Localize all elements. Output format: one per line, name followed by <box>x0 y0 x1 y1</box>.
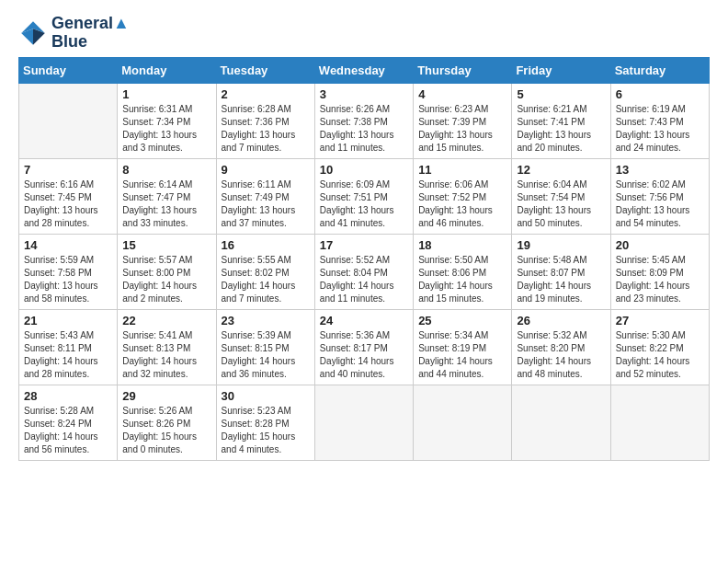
calendar-weekday-thursday: Thursday <box>414 57 512 83</box>
day-info: Sunrise: 5:43 AM Sunset: 8:11 PM Dayligh… <box>24 329 112 381</box>
day-number: 10 <box>320 163 408 177</box>
day-number: 22 <box>122 314 210 327</box>
day-info: Sunrise: 6:21 AM Sunset: 7:41 PM Dayligh… <box>517 103 605 155</box>
calendar-weekday-tuesday: Tuesday <box>216 57 314 83</box>
day-number: 17 <box>320 238 408 252</box>
day-info: Sunrise: 6:09 AM Sunset: 7:51 PM Dayligh… <box>320 178 408 230</box>
day-info: Sunrise: 6:14 AM Sunset: 7:47 PM Dayligh… <box>122 178 210 230</box>
day-info: Sunrise: 5:57 AM Sunset: 8:00 PM Dayligh… <box>122 254 210 305</box>
day-number: 6 <box>616 87 704 101</box>
calendar-day: 8Sunrise: 6:14 AM Sunset: 7:47 PM Daylig… <box>118 158 216 234</box>
day-info: Sunrise: 5:28 AM Sunset: 8:24 PM Dayligh… <box>24 405 112 456</box>
day-number: 11 <box>418 163 506 177</box>
calendar-day: 11Sunrise: 6:06 AM Sunset: 7:52 PM Dayli… <box>414 158 512 234</box>
calendar-weekday-friday: Friday <box>512 57 610 83</box>
day-info: Sunrise: 5:26 AM Sunset: 8:26 PM Dayligh… <box>122 405 210 456</box>
calendar-weekday-saturday: Saturday <box>610 57 709 83</box>
day-info: Sunrise: 5:45 AM Sunset: 8:09 PM Dayligh… <box>616 254 704 305</box>
page-header: General▲ Blue <box>18 15 710 52</box>
day-info: Sunrise: 5:23 AM Sunset: 8:28 PM Dayligh… <box>222 405 310 456</box>
day-info: Sunrise: 6:31 AM Sunset: 7:34 PM Dayligh… <box>122 103 210 155</box>
day-info: Sunrise: 6:02 AM Sunset: 7:56 PM Dayligh… <box>616 178 704 230</box>
calendar-day: 14Sunrise: 5:59 AM Sunset: 7:58 PM Dayli… <box>19 234 118 309</box>
calendar-week-5: 28Sunrise: 5:28 AM Sunset: 8:24 PM Dayli… <box>19 385 710 460</box>
day-number: 9 <box>222 163 310 177</box>
day-info: Sunrise: 6:28 AM Sunset: 7:36 PM Dayligh… <box>222 103 310 155</box>
calendar-day: 22Sunrise: 5:41 AM Sunset: 8:13 PM Dayli… <box>118 309 216 385</box>
calendar-week-2: 7Sunrise: 6:16 AM Sunset: 7:45 PM Daylig… <box>19 158 710 234</box>
calendar-weekday-sunday: Sunday <box>19 57 118 83</box>
day-info: Sunrise: 6:11 AM Sunset: 7:49 PM Dayligh… <box>222 178 310 230</box>
day-number: 27 <box>616 314 704 327</box>
calendar-week-3: 14Sunrise: 5:59 AM Sunset: 7:58 PM Dayli… <box>19 234 710 309</box>
day-info: Sunrise: 5:32 AM Sunset: 8:20 PM Dayligh… <box>517 329 605 381</box>
day-info: Sunrise: 5:34 AM Sunset: 8:19 PM Dayligh… <box>418 329 506 381</box>
day-number: 19 <box>517 238 605 252</box>
day-number: 3 <box>320 87 408 101</box>
day-number: 30 <box>222 389 310 403</box>
day-number: 13 <box>616 163 704 177</box>
calendar-day: 4Sunrise: 6:23 AM Sunset: 7:39 PM Daylig… <box>414 83 512 158</box>
calendar-day: 19Sunrise: 5:48 AM Sunset: 8:07 PM Dayli… <box>512 234 610 309</box>
calendar-day: 13Sunrise: 6:02 AM Sunset: 7:56 PM Dayli… <box>610 158 709 234</box>
calendar-day: 15Sunrise: 5:57 AM Sunset: 8:00 PM Dayli… <box>118 234 216 309</box>
calendar-day: 24Sunrise: 5:36 AM Sunset: 8:17 PM Dayli… <box>314 309 413 385</box>
calendar-day: 28Sunrise: 5:28 AM Sunset: 8:24 PM Dayli… <box>19 385 118 460</box>
calendar-day: 1Sunrise: 6:31 AM Sunset: 7:34 PM Daylig… <box>118 83 216 158</box>
calendar-day: 2Sunrise: 6:28 AM Sunset: 7:36 PM Daylig… <box>216 83 314 158</box>
calendar-day: 27Sunrise: 5:30 AM Sunset: 8:22 PM Dayli… <box>610 309 709 385</box>
calendar-day: 5Sunrise: 6:21 AM Sunset: 7:41 PM Daylig… <box>512 83 610 158</box>
calendar-day <box>19 83 118 158</box>
day-info: Sunrise: 5:59 AM Sunset: 7:58 PM Dayligh… <box>24 254 112 305</box>
calendar-day <box>512 385 610 460</box>
calendar-day: 21Sunrise: 5:43 AM Sunset: 8:11 PM Dayli… <box>19 309 118 385</box>
logo-text: General▲ Blue <box>51 15 130 52</box>
day-info: Sunrise: 6:06 AM Sunset: 7:52 PM Dayligh… <box>418 178 506 230</box>
calendar-weekday-monday: Monday <box>118 57 216 83</box>
day-number: 4 <box>418 87 506 101</box>
day-number: 29 <box>122 389 210 403</box>
calendar-day: 7Sunrise: 6:16 AM Sunset: 7:45 PM Daylig… <box>19 158 118 234</box>
calendar-day: 6Sunrise: 6:19 AM Sunset: 7:43 PM Daylig… <box>610 83 709 158</box>
calendar-week-1: 1Sunrise: 6:31 AM Sunset: 7:34 PM Daylig… <box>19 83 710 158</box>
day-info: Sunrise: 5:52 AM Sunset: 8:04 PM Dayligh… <box>320 254 408 305</box>
day-number: 15 <box>122 238 210 252</box>
day-info: Sunrise: 5:55 AM Sunset: 8:02 PM Dayligh… <box>222 254 310 305</box>
day-info: Sunrise: 5:50 AM Sunset: 8:06 PM Dayligh… <box>418 254 506 305</box>
logo-icon <box>18 18 48 48</box>
day-number: 5 <box>517 87 605 101</box>
day-number: 20 <box>616 238 704 252</box>
day-number: 7 <box>24 163 112 177</box>
calendar-day <box>414 385 512 460</box>
calendar-day: 12Sunrise: 6:04 AM Sunset: 7:54 PM Dayli… <box>512 158 610 234</box>
calendar-day <box>610 385 709 460</box>
calendar-weekday-wednesday: Wednesday <box>314 57 413 83</box>
day-number: 14 <box>24 238 112 252</box>
logo: General▲ Blue <box>18 15 130 52</box>
day-info: Sunrise: 5:39 AM Sunset: 8:15 PM Dayligh… <box>222 329 310 381</box>
calendar-day: 29Sunrise: 5:26 AM Sunset: 8:26 PM Dayli… <box>118 385 216 460</box>
day-number: 8 <box>122 163 210 177</box>
day-info: Sunrise: 6:23 AM Sunset: 7:39 PM Dayligh… <box>418 103 506 155</box>
calendar-body: 1Sunrise: 6:31 AM Sunset: 7:34 PM Daylig… <box>19 83 710 460</box>
day-number: 18 <box>418 238 506 252</box>
day-number: 23 <box>222 314 310 327</box>
calendar-week-4: 21Sunrise: 5:43 AM Sunset: 8:11 PM Dayli… <box>19 309 710 385</box>
day-number: 25 <box>418 314 506 327</box>
svg-marker-2 <box>21 29 33 45</box>
day-number: 1 <box>122 87 210 101</box>
calendar-day: 3Sunrise: 6:26 AM Sunset: 7:38 PM Daylig… <box>314 83 413 158</box>
calendar-day <box>314 385 413 460</box>
day-info: Sunrise: 6:19 AM Sunset: 7:43 PM Dayligh… <box>616 103 704 155</box>
calendar-day: 30Sunrise: 5:23 AM Sunset: 8:28 PM Dayli… <box>216 385 314 460</box>
calendar-day: 20Sunrise: 5:45 AM Sunset: 8:09 PM Dayli… <box>610 234 709 309</box>
day-number: 2 <box>222 87 310 101</box>
calendar-day: 26Sunrise: 5:32 AM Sunset: 8:20 PM Dayli… <box>512 309 610 385</box>
calendar-table: SundayMondayTuesdayWednesdayThursdayFrid… <box>18 57 710 461</box>
day-info: Sunrise: 6:04 AM Sunset: 7:54 PM Dayligh… <box>517 178 605 230</box>
day-info: Sunrise: 6:26 AM Sunset: 7:38 PM Dayligh… <box>320 103 408 155</box>
calendar-day: 16Sunrise: 5:55 AM Sunset: 8:02 PM Dayli… <box>216 234 314 309</box>
day-info: Sunrise: 5:30 AM Sunset: 8:22 PM Dayligh… <box>616 329 704 381</box>
calendar-header-row: SundayMondayTuesdayWednesdayThursdayFrid… <box>19 57 710 83</box>
day-info: Sunrise: 5:41 AM Sunset: 8:13 PM Dayligh… <box>122 329 210 381</box>
